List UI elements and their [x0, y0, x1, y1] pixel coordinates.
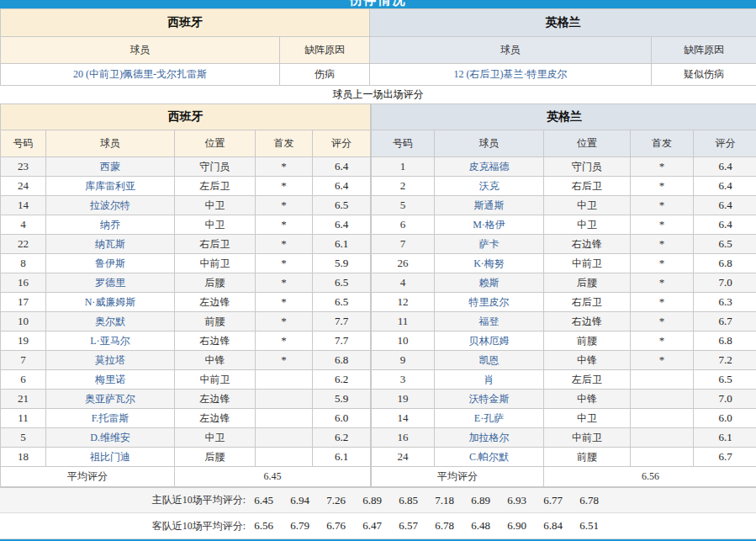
player-name[interactable]: 肖	[435, 370, 544, 390]
player-name[interactable]: 凯恩	[435, 351, 544, 370]
injury-player-spain[interactable]: 20 (中前卫)佩德里-戈尔扎雷斯	[1, 64, 280, 86]
away-last10-row: 客队近10场平均评分: 6.566.796.766.476.576.786.48…	[0, 513, 756, 539]
home-last10-row: 主队近10场平均评分: 6.456.947.266.896.857.186.89…	[0, 487, 756, 513]
player-row: 11 福登 右边锋 * 6.7	[372, 312, 756, 331]
player-position: 右后卫	[175, 235, 256, 254]
player-rating: 6.5	[313, 293, 371, 312]
player-name[interactable]: 纳瓦斯	[46, 235, 175, 254]
player-name[interactable]: 沃克	[435, 177, 544, 196]
injury-col-player-spain: 球员	[1, 37, 280, 64]
player-rating: 6.4	[313, 177, 371, 196]
player-row: 14 拉波尔特 中卫 * 6.5	[1, 196, 371, 215]
player-number: 7	[1, 351, 46, 370]
player-number: 17	[1, 293, 46, 312]
injury-col-reason-spain: 缺阵原因	[280, 37, 370, 64]
player-position: 中卫	[175, 428, 256, 448]
player-number: 2	[372, 177, 435, 196]
player-name[interactable]: 福登	[435, 312, 544, 331]
player-rating: 6.7	[694, 312, 756, 331]
last10-value: 6.89	[463, 494, 499, 507]
player-name[interactable]: 萨卡	[435, 235, 544, 254]
player-name[interactable]: 库库雷利亚	[46, 177, 175, 196]
player-name[interactable]: 沃特金斯	[435, 390, 544, 409]
player-name[interactable]: M·格伊	[435, 215, 544, 235]
starter-mark	[631, 409, 694, 428]
player-position: 中卫	[544, 409, 631, 428]
player-name[interactable]: 奥亚萨瓦尔	[46, 390, 175, 409]
player-name[interactable]: 斯通斯	[435, 196, 544, 215]
player-rating: 5.9	[313, 254, 371, 273]
player-number: 22	[1, 235, 46, 254]
avg-label-spain: 平均评分	[1, 467, 175, 487]
injury-player-england[interactable]: 12 (右后卫)基兰·特里皮尔	[370, 64, 652, 86]
player-name[interactable]: D.维维安	[46, 428, 175, 448]
player-row: 9 凯恩 中锋 * 7.2	[372, 351, 756, 370]
last10-value: 6.77	[535, 494, 571, 507]
last10-value: 6.79	[282, 519, 318, 533]
starter-mark: *	[631, 293, 694, 312]
player-position: 右后卫	[544, 177, 631, 196]
player-number: 10	[1, 312, 46, 331]
player-position: 前腰	[175, 312, 256, 331]
player-row: 5 D.维维安 中卫 6.2	[1, 428, 371, 448]
player-name[interactable]: C.帕尔默	[435, 448, 544, 467]
starter-mark: *	[631, 177, 694, 196]
player-name[interactable]: 西蒙	[46, 157, 175, 177]
player-name[interactable]: 奥尔默	[46, 312, 175, 331]
starter-mark: *	[631, 273, 694, 293]
last10-value: 6.93	[499, 494, 535, 507]
player-rating: 6.1	[694, 428, 756, 448]
player-row: 4 纳乔 中卫 * 6.4	[1, 215, 371, 235]
starter-mark: *	[256, 293, 313, 312]
player-name[interactable]: E·孔萨	[435, 409, 544, 428]
player-number: 1	[372, 157, 435, 177]
player-name[interactable]: K·梅努	[435, 254, 544, 273]
player-number: 11	[372, 312, 435, 331]
player-rating: 7.0	[694, 390, 756, 409]
player-position: 右边锋	[175, 331, 256, 351]
player-name[interactable]: 加拉格尔	[435, 428, 544, 448]
player-rating: 5.9	[313, 390, 371, 409]
player-name[interactable]: 拉波尔特	[46, 196, 175, 215]
starter-mark: *	[256, 157, 313, 177]
player-name[interactable]: L·亚马尔	[46, 331, 175, 351]
player-number: 16	[1, 273, 46, 293]
starter-mark	[631, 370, 694, 390]
col-number-spain: 号码	[1, 130, 46, 157]
player-number: 16	[372, 428, 435, 448]
player-rating: 6.4	[694, 177, 756, 196]
player-name[interactable]: 赖斯	[435, 273, 544, 293]
player-position: 中前卫	[175, 370, 256, 390]
ratings-table-england: 英格兰 号码 球员 位置 首发 评分 1 皮克福德 守门员 *	[371, 103, 756, 487]
injury-reason-england: 疑似伤病	[652, 64, 756, 86]
player-name[interactable]: N·威廉姆斯	[46, 293, 175, 312]
player-number: 24	[1, 177, 46, 196]
player-rating: 6.4	[694, 196, 756, 215]
col-starter-spain: 首发	[256, 130, 313, 157]
last10-value: 6.90	[499, 519, 535, 533]
player-name[interactable]: 皮克福德	[435, 157, 544, 177]
player-name[interactable]: 鲁伊斯	[46, 254, 175, 273]
player-rating: 6.8	[313, 351, 371, 370]
ratings-team-header-spain: 西班牙	[1, 104, 371, 130]
player-rating: 6.8	[694, 331, 756, 351]
player-name[interactable]: 梅里诺	[46, 370, 175, 390]
player-position: 中前卫	[544, 428, 631, 448]
injury-reason-spain: 伤病	[280, 64, 370, 86]
player-row: 6 梅里诺 中前卫 6.2	[1, 370, 371, 390]
player-name[interactable]: 贝林厄姆	[435, 331, 544, 351]
player-row: 19 沃特金斯 中锋 7.0	[372, 390, 756, 409]
player-rating: 6.7	[694, 448, 756, 467]
player-rating: 7.7	[313, 331, 371, 351]
player-name[interactable]: 祖比门迪	[46, 448, 175, 467]
player-row: 14 E·孔萨 中卫 6.0	[372, 409, 756, 428]
player-name[interactable]: 罗德里	[46, 273, 175, 293]
last10-value: 6.45	[246, 494, 282, 507]
player-name[interactable]: 莫拉塔	[46, 351, 175, 370]
player-number: 4	[372, 273, 435, 293]
player-name[interactable]: 特里皮尔	[435, 293, 544, 312]
player-position: 后腰	[175, 448, 256, 467]
player-name[interactable]: F.托雷斯	[46, 409, 175, 428]
player-name[interactable]: 纳乔	[46, 215, 175, 235]
starter-mark: *	[631, 351, 694, 370]
